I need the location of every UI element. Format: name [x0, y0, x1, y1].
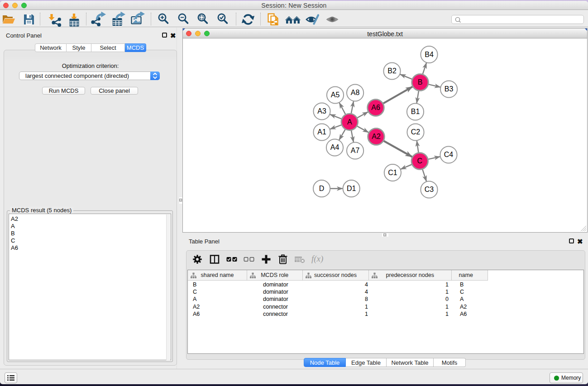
- svg-text:D1: D1: [347, 185, 356, 192]
- svg-text:A6: A6: [371, 104, 380, 111]
- svg-text:A1: A1: [317, 128, 326, 136]
- svg-text:B4: B4: [425, 51, 434, 58]
- svg-text:C3: C3: [425, 186, 434, 193]
- svg-text:A7: A7: [351, 147, 360, 154]
- svg-text:A4: A4: [330, 143, 339, 151]
- svg-text:C2: C2: [411, 128, 421, 136]
- svg-text:A2: A2: [372, 133, 381, 140]
- svg-text:C4: C4: [444, 151, 454, 158]
- svg-text:C1: C1: [388, 169, 397, 176]
- svg-text:B: B: [418, 78, 423, 86]
- svg-text:B1: B1: [411, 108, 420, 115]
- svg-text:A3: A3: [317, 107, 326, 115]
- svg-text:C: C: [417, 157, 423, 165]
- svg-text:B3: B3: [445, 85, 454, 93]
- svg-text:A: A: [347, 118, 352, 126]
- svg-text:A5: A5: [331, 91, 340, 99]
- svg-text:B2: B2: [387, 67, 397, 75]
- svg-text:A8: A8: [351, 89, 360, 96]
- svg-text:D: D: [319, 185, 325, 192]
